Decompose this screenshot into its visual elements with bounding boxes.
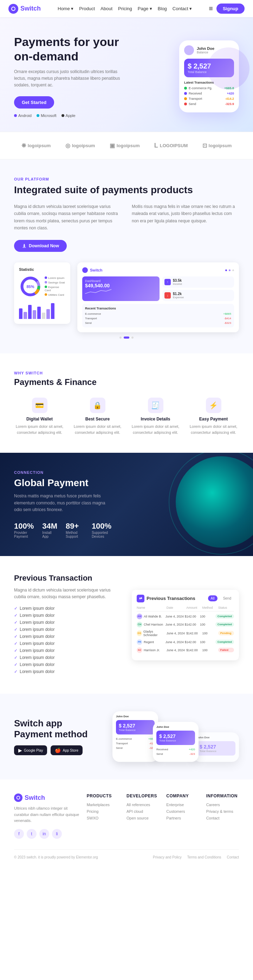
footer-logo-icon bbox=[14, 794, 22, 802]
logo-5: ⊡ logoipsum bbox=[202, 142, 232, 149]
nav-pricing[interactable]: Pricing bbox=[118, 6, 132, 11]
check-icon-7: ✓ bbox=[14, 648, 18, 653]
footer-link-careers[interactable]: Careers bbox=[206, 803, 239, 807]
bar-7 bbox=[46, 309, 50, 319]
avatar: PR bbox=[137, 639, 142, 645]
stat-provider: 100% Provider Payment bbox=[14, 522, 34, 538]
carousel-dot-3[interactable] bbox=[131, 337, 134, 339]
status-badge: Completed bbox=[215, 640, 234, 644]
feature-invoice: 🧾 Invoice Details Lorem ipsum dolor sit … bbox=[130, 398, 181, 435]
logo-3: ▣ logoipsum bbox=[110, 142, 140, 149]
dashboard-brand-name: Switch bbox=[90, 268, 102, 272]
table-row: GS Gladys Schneider June 4, 2024 $142.00… bbox=[137, 630, 234, 637]
footer-link-api[interactable]: API cloud bbox=[126, 809, 159, 813]
donut-center-value: 85% bbox=[26, 285, 34, 289]
platform-col-1: Magna id dictum vehicula laoreet sceleri… bbox=[14, 203, 121, 232]
nav-product[interactable]: Product bbox=[79, 6, 95, 11]
nav-contact[interactable]: Contact ▾ bbox=[172, 6, 192, 11]
carousel-dot-1[interactable] bbox=[119, 337, 122, 339]
hero-blob bbox=[207, 48, 250, 89]
dashboard-area: Statistic 85% Lorem ipsum Savings Goal bbox=[14, 262, 239, 332]
hamburger-icon[interactable]: ≡ bbox=[209, 5, 213, 13]
stat-install: 34M Install App bbox=[42, 522, 57, 538]
app-phone-3: John Doe $ 2,527 Total Balance bbox=[193, 732, 239, 762]
social-instagram[interactable]: in bbox=[39, 829, 49, 839]
social-linkedin[interactable]: li bbox=[52, 829, 62, 839]
footer-col-title-information: INFORMATION bbox=[206, 794, 239, 799]
tx-card-icon: ⇄ bbox=[137, 595, 145, 602]
nav-about[interactable]: About bbox=[100, 6, 113, 11]
footer-link-partners[interactable]: Partners bbox=[166, 816, 199, 820]
footer-link-open-source[interactable]: Open source bbox=[126, 816, 159, 820]
nav-home[interactable]: Home ▾ bbox=[57, 6, 73, 11]
table-row: AW Ali Wahde B. June 4, 2024 $142.00 100… bbox=[137, 614, 234, 619]
footer-link-pricing[interactable]: Pricing bbox=[87, 809, 119, 813]
google-play-icon: ▶ bbox=[18, 748, 22, 753]
stats-card: Statistic 85% Lorem ipsum Savings Goal bbox=[14, 262, 70, 324]
global-description: Nostra mattis magna metus fusce pretium … bbox=[14, 493, 113, 513]
download-button[interactable]: Download Now bbox=[14, 240, 67, 252]
app-phone-balance-1: $ 2,527 Total Balance bbox=[116, 720, 154, 735]
table-row: HJ Harrison Jr. June 4, 2024 $142.00 100… bbox=[137, 648, 234, 653]
logo-icon-5: ⊡ bbox=[202, 142, 207, 149]
legend-item-3: Expense Card bbox=[45, 286, 65, 292]
bar-1 bbox=[19, 309, 22, 319]
features-label: Why switch bbox=[14, 371, 239, 375]
hero-section: Payments for your on-demand Ornare excep… bbox=[0, 17, 253, 132]
footer-link-marketplaces[interactable]: Marketplaces bbox=[87, 803, 119, 807]
policy-link-2[interactable]: Terms and Conditions bbox=[187, 855, 221, 859]
list-item-4: ✓Lorem ipsum dolor bbox=[14, 627, 121, 632]
nav-blog[interactable]: Blog bbox=[158, 6, 167, 11]
policy-link-3[interactable]: Contact bbox=[227, 855, 239, 859]
brand-name: Switch bbox=[21, 5, 41, 12]
carousel-dot-2[interactable] bbox=[124, 337, 129, 339]
tx-tabs: All Send bbox=[208, 595, 234, 601]
nav-page[interactable]: Page ▾ bbox=[138, 6, 152, 11]
feature-desc-2: Lorem ipsum dolor sit amet, consectetur … bbox=[72, 423, 123, 435]
list-item-3: ✓Lorem ipsum dolor bbox=[14, 620, 121, 625]
table-row: CH Chel Harrison June 4, 2024 $142.00 10… bbox=[137, 622, 234, 627]
footer-link-customers[interactable]: Customers bbox=[166, 809, 199, 813]
footer-col-title-developers: DEVELOPERS bbox=[126, 794, 159, 799]
stat-label-3: Method Support bbox=[66, 531, 83, 538]
feature-desc-4: Lorem ipsum dolor sit amet, consectetur … bbox=[188, 423, 239, 435]
legend-dot-1 bbox=[45, 277, 47, 279]
tx-tab-all[interactable]: All bbox=[208, 595, 218, 601]
features-title: Payments & Finance bbox=[14, 377, 239, 387]
mini-tx-row-2: Transport-$414 bbox=[85, 317, 231, 320]
hero-phone: John Doe Balance $ 2,527 Total Balance L… bbox=[179, 40, 239, 112]
policy-link-1[interactable]: Privacy and Policy bbox=[153, 855, 182, 859]
app-phone-balance-2: $ 2,527 Total Balance bbox=[156, 730, 195, 745]
tx-table-header: Name Date Amount Method Status bbox=[137, 606, 234, 611]
social-facebook[interactable]: f bbox=[14, 829, 24, 839]
signup-button[interactable]: Signup bbox=[216, 3, 245, 14]
footer-link-privacy[interactable]: Privacy & terms bbox=[206, 809, 239, 813]
brand-logo[interactable]: Switch bbox=[8, 4, 41, 14]
stats-title: Statistic bbox=[19, 267, 65, 272]
transaction-list: ✓Lorem ipsum dolor ✓Lorem ipsum dolor ✓L… bbox=[14, 606, 121, 674]
footer-socials: f t in li bbox=[14, 829, 80, 839]
tx-tab-send[interactable]: Send bbox=[220, 595, 234, 601]
badge-dot3 bbox=[62, 114, 64, 117]
social-twitter[interactable]: t bbox=[27, 829, 37, 839]
get-started-button[interactable]: Get Started bbox=[14, 96, 54, 108]
check-icon-9: ✓ bbox=[14, 662, 18, 667]
legend-item-4: Utilities Card bbox=[45, 293, 65, 296]
footer-link-enterprise[interactable]: Enterprise bbox=[166, 803, 199, 807]
check-icon-8: ✓ bbox=[14, 655, 18, 660]
app-phone-tx-1: E-commerce +665 Transport -414 Send -323 bbox=[116, 737, 154, 749]
footer-col-title-company: COMPANY bbox=[166, 794, 199, 799]
bar-5 bbox=[37, 307, 41, 319]
footer-link-contact[interactable]: Contact bbox=[206, 816, 239, 820]
app-store-button[interactable]: 🍎 App Store bbox=[51, 745, 82, 755]
platform-section: Our platform Integrated suite of payment… bbox=[0, 159, 253, 353]
app-phone-2: John Doe $ 2,527 Total Balance Received … bbox=[153, 722, 199, 762]
legend-dot-4 bbox=[45, 293, 47, 296]
footer-link-all-ref[interactable]: All references bbox=[126, 803, 159, 807]
platform-col-2: Mollis risus magna felis in vitae ornare… bbox=[132, 203, 239, 232]
google-play-button[interactable]: ▶ Google Play bbox=[14, 745, 47, 755]
feature-title-4: Easy Payment bbox=[188, 417, 239, 422]
phone-balance-sub: Total Balance bbox=[188, 70, 231, 74]
feature-digital-wallet: 💳 Digital Wallet Lorem ipsum dolor sit a… bbox=[14, 398, 65, 435]
footer-link-swxo[interactable]: SWXO bbox=[87, 816, 119, 820]
